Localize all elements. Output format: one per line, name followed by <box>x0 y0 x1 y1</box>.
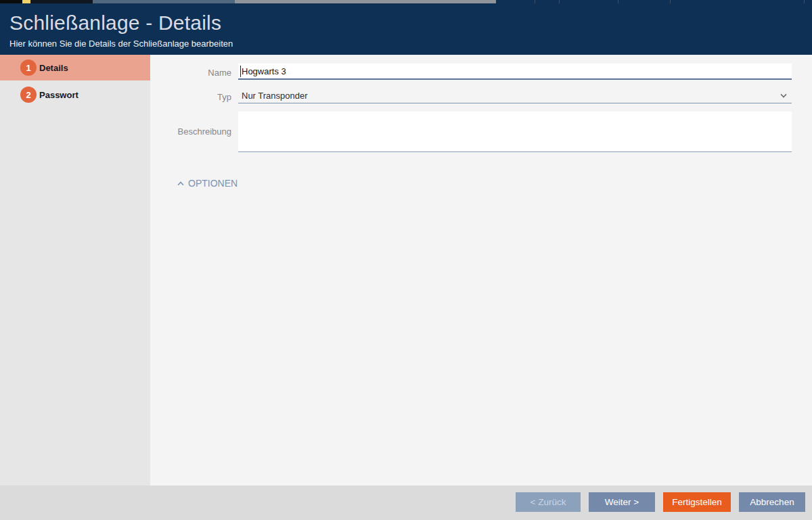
cancel-button[interactable]: Abbrechen <box>739 492 805 512</box>
back-button[interactable]: < Zurück <box>516 492 581 512</box>
step-label: Passwort <box>39 82 78 108</box>
step-number-badge: 2 <box>20 87 37 103</box>
details-form: Name Typ Nur Transponder Beschreibung OP… <box>150 55 812 486</box>
typ-selected-value: Nur Transponder <box>238 91 308 101</box>
wizard-footer: < Zurück Weiter > Fertigstellen Abbreche… <box>0 486 812 520</box>
page-subtitle: Hier können Sie die Details der Schließa… <box>9 39 233 49</box>
options-section-label: OPTIONEN <box>188 178 238 189</box>
sidebar-step-details[interactable]: 1 Details <box>0 55 150 80</box>
step-number-badge: 1 <box>20 60 37 76</box>
beschreibung-textarea[interactable] <box>238 112 792 152</box>
name-field-label: Name <box>157 68 231 78</box>
finish-button[interactable]: Fertigstellen <box>663 492 731 512</box>
next-button[interactable]: Weiter > <box>589 492 655 512</box>
typ-dropdown[interactable]: Nur Transponder <box>238 89 792 103</box>
wizard-header: Schließanlage - Details Hier können Sie … <box>0 3 812 55</box>
wizard-step-sidebar: 1 Details 2 Passwort <box>0 55 150 486</box>
step-label: Details <box>39 55 68 80</box>
text-cursor <box>240 66 241 77</box>
sidebar-step-passwort[interactable]: 2 Passwort <box>0 82 150 108</box>
beschreibung-field-label: Beschreibung <box>157 112 231 151</box>
chevron-down-icon <box>780 91 786 97</box>
name-input[interactable] <box>238 64 792 80</box>
page-title: Schließanlage - Details <box>9 11 221 34</box>
options-section-toggle[interactable]: OPTIONEN <box>178 176 238 190</box>
typ-field-label: Typ <box>157 92 231 102</box>
chevron-up-icon <box>177 181 183 187</box>
